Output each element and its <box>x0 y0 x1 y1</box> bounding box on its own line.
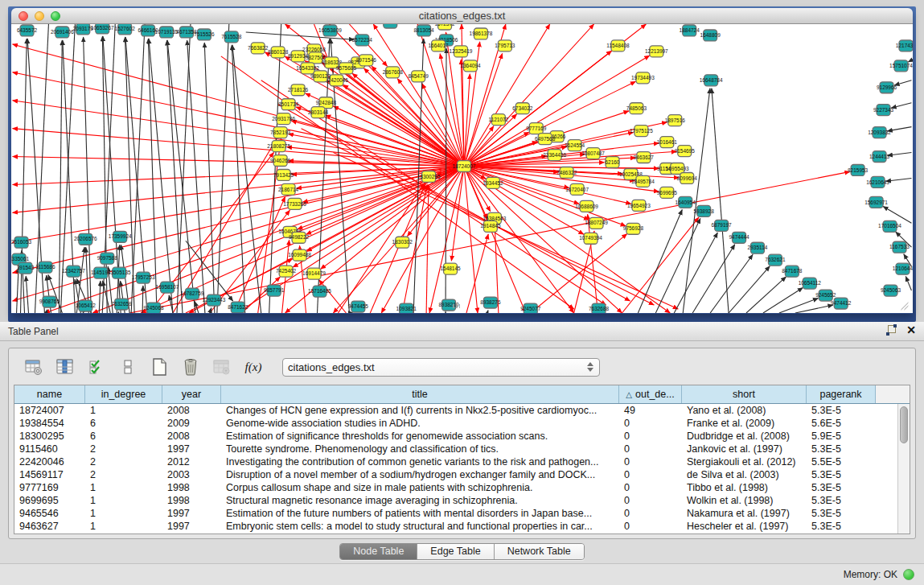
column-header-title[interactable]: title <box>221 385 619 403</box>
column-header-in-degree[interactable]: in_degree <box>85 385 162 403</box>
zoom-window-icon[interactable] <box>51 11 60 21</box>
table-cell[interactable]: 9465546 <box>14 507 85 520</box>
table-cell[interactable]: 1998 <box>162 494 221 507</box>
table-cell[interactable]: 0 <box>619 417 682 430</box>
table-cell[interactable]: 0 <box>619 468 682 481</box>
table-row[interactable]: 911546021997Tourette syndrome. Phenomeno… <box>14 443 910 455</box>
table-cell[interactable]: Structural magnetic resonance image aver… <box>221 494 619 507</box>
table-cell[interactable]: 1 <box>85 520 162 533</box>
table-cell[interactable]: de Silva et al. (2003) <box>682 468 807 481</box>
panel-divider-grip[interactable] <box>453 304 460 308</box>
memory-status-icon[interactable] <box>903 569 914 580</box>
table-cell[interactable]: Estimation of the future numbers of pati… <box>221 507 619 520</box>
table-cell[interactable]: 49 <box>619 404 682 417</box>
table-cell[interactable]: 1997 <box>162 507 221 520</box>
network-canvas-svg[interactable]: 6435572206914062093179106532671527602646… <box>11 24 913 313</box>
select-rows-icon[interactable] <box>86 356 107 377</box>
table-row[interactable]: 2242004622012Investigating the contribut… <box>14 455 910 468</box>
new-document-icon[interactable] <box>149 356 170 377</box>
minimize-window-icon[interactable] <box>35 11 44 21</box>
table-cell[interactable]: 1 <box>85 481 162 494</box>
table-cell[interactable]: 5.3E-5 <box>807 520 876 533</box>
table-cell[interactable]: 5.3E-5 <box>807 443 876 455</box>
table-cell[interactable]: Changes of HCN gene expression and I(f) … <box>221 404 619 417</box>
table-selector-dropdown[interactable]: citations_edges.txt <box>282 358 600 377</box>
column-header-out-de-[interactable]: △out_de... <box>619 385 682 403</box>
table-cell[interactable]: 18300295 <box>14 430 85 443</box>
function-builder-icon[interactable]: f(x) <box>243 356 264 377</box>
table-cell[interactable]: Franke et al. (2009) <box>682 417 807 430</box>
table-row[interactable]: 1830029562008Estimation of significance … <box>14 430 910 443</box>
float-panel-icon[interactable] <box>886 325 897 336</box>
canvas-resize-grip[interactable] <box>901 303 908 310</box>
table-cell[interactable]: 14569117 <box>14 468 85 481</box>
table-cell[interactable]: 5.5E-5 <box>807 455 876 468</box>
table-cell[interactable]: 1 <box>85 404 162 417</box>
table-cell[interactable]: 5.3E-5 <box>807 481 876 494</box>
table-cell[interactable]: Hescheler et al. (1997) <box>682 520 807 533</box>
table-scrollbar[interactable] <box>897 404 910 534</box>
table-cell[interactable]: 5.6E-5 <box>807 417 876 430</box>
table-cell[interactable]: Dudbridge et al. (2008) <box>682 430 807 443</box>
table-cell[interactable]: Stergiakouli et al. (2012) <box>682 455 807 468</box>
table-cell[interactable]: 1997 <box>162 443 221 455</box>
table-cell[interactable]: 9115460 <box>14 443 85 455</box>
table-cell[interactable]: Investigating the contribution of common… <box>221 455 619 468</box>
table-cell[interactable]: 9463627 <box>14 520 85 533</box>
table-cell[interactable]: 1 <box>85 507 162 520</box>
table-cell[interactable]: 1 <box>85 494 162 507</box>
table-cell[interactable]: 0 <box>619 455 682 468</box>
table-cell[interactable]: 2012 <box>162 455 221 468</box>
table-cell[interactable]: 0 <box>619 520 682 533</box>
delete-trash-icon[interactable] <box>180 356 201 377</box>
column-header-year[interactable]: year <box>162 385 221 403</box>
table-cell[interactable]: 19384554 <box>14 417 85 430</box>
import-table-disabled-icon[interactable] <box>211 356 232 377</box>
close-window-icon[interactable] <box>18 11 28 21</box>
table-cell[interactable]: Estimation of significance thresholds fo… <box>221 430 619 443</box>
table-cell[interactable]: 1998 <box>162 481 221 494</box>
table-cell[interactable]: 5.3E-5 <box>807 404 876 417</box>
tab-network-table[interactable]: Network Table <box>495 544 584 559</box>
column-edit-icon[interactable] <box>55 356 76 377</box>
network-window-titlebar[interactable]: citations_edges.txt <box>11 8 913 24</box>
table-cell[interactable]: 6 <box>85 417 162 430</box>
table-cell[interactable]: Disruption of a novel member of a sodium… <box>221 468 619 481</box>
table-cell[interactable]: 5.9E-5 <box>807 430 876 443</box>
table-cell[interactable]: 2003 <box>162 468 221 481</box>
table-row[interactable]: 1938455462009Genome-wide association stu… <box>14 417 910 430</box>
close-panel-icon[interactable]: ✕ <box>906 325 916 336</box>
table-row[interactable]: 969969511998Structural magnetic resonanc… <box>14 494 910 507</box>
table-cell[interactable]: Nakamura et al. (1997) <box>682 507 807 520</box>
table-cell[interactable]: 18724007 <box>14 404 85 417</box>
table-cell[interactable]: Yano et al. (2008) <box>682 404 807 417</box>
table-cell[interactable]: 6 <box>85 430 162 443</box>
table-row[interactable]: 1872400712008Changes of HCN gene express… <box>14 404 910 417</box>
tab-edge-table[interactable]: Edge Table <box>417 544 494 559</box>
network-canvas[interactable]: 6435572206914062093179106532671527602646… <box>11 24 913 313</box>
table-cell[interactable]: 9699695 <box>14 494 85 507</box>
table-cell[interactable]: Genome-wide association studies in ADHD. <box>221 417 619 430</box>
table-settings-icon[interactable] <box>23 356 44 377</box>
table-cell[interactable]: 5.3E-5 <box>807 507 876 520</box>
table-cell[interactable]: 2 <box>85 468 162 481</box>
scrollbar-thumb[interactable] <box>900 406 908 443</box>
table-row[interactable]: 946362711997Embryonic stem cells: a mode… <box>14 520 910 533</box>
table-cell[interactable]: 2009 <box>162 417 221 430</box>
column-header-name[interactable]: name <box>14 385 85 403</box>
table-cell[interactable]: 0 <box>619 430 682 443</box>
table-cell[interactable]: 2008 <box>162 430 221 443</box>
table-cell[interactable]: 2 <box>85 455 162 468</box>
column-header-short[interactable]: short <box>682 385 807 403</box>
table-cell[interactable]: Tourette syndrome. Phenomenology and cla… <box>221 443 619 455</box>
table-cell[interactable]: 5.3E-5 <box>807 468 876 481</box>
column-header-pagerank[interactable]: pagerank <box>807 385 876 403</box>
table-row[interactable]: 946554611997Estimation of the future num… <box>14 507 910 520</box>
table-cell[interactable]: Embryonic stem cells: a model to study s… <box>221 520 619 533</box>
table-cell[interactable]: 9777169 <box>14 481 85 494</box>
table-row[interactable]: 1456911722003Disruption of a novel membe… <box>14 468 910 481</box>
table-cell[interactable]: 2 <box>85 443 162 455</box>
table-cell[interactable]: 2008 <box>162 404 221 417</box>
tab-node-table[interactable]: Node Table <box>340 544 417 559</box>
table-cell[interactable]: 0 <box>619 494 682 507</box>
